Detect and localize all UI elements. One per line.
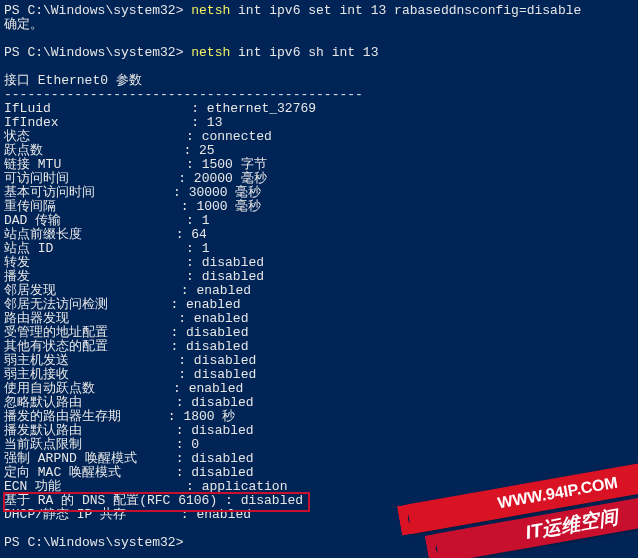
property-label: 当前跃点限制 (4, 437, 176, 452)
property-value: 25 (199, 143, 215, 158)
property-label: 站点前缀长度 (4, 227, 176, 242)
property-value: disabled (191, 395, 253, 410)
property-sep: : (181, 199, 197, 214)
property-sep: : (181, 283, 197, 298)
property-label: DHCP/静态 IP 共存 (4, 507, 181, 522)
property-value: disabled (186, 339, 248, 354)
property-line: 弱主机接收 : disabled (4, 367, 256, 382)
property-line: 邻居发现 : enabled (4, 283, 251, 298)
property-label: 链接 MTU (4, 157, 186, 172)
property-label: 播发 (4, 269, 186, 284)
property-sep: : (191, 115, 207, 130)
property-label: 邻居发现 (4, 283, 181, 298)
property-value: ethernet_32769 (207, 101, 316, 116)
property-label: IfIndex (4, 115, 191, 130)
property-sep: : (191, 101, 207, 116)
confirm-line: 确定。 (4, 17, 43, 32)
property-sep: : (170, 325, 186, 340)
property-line: ECN 功能 : application (4, 479, 287, 494)
command-name: netsh (191, 3, 230, 18)
property-label: 播发默认路由 (4, 423, 176, 438)
property-value: disabled (241, 493, 303, 508)
property-line: 邻居无法访问检测 : enabled (4, 297, 241, 312)
property-label: 忽略默认路由 (4, 395, 176, 410)
property-line: 播发的路由器生存期 : 1800 秒 (4, 409, 235, 424)
ps-prompt: PS C:\Windows\system32> (4, 3, 191, 18)
property-label: 播发的路由器生存期 (4, 409, 168, 424)
property-line: 当前跃点限制 : 0 (4, 437, 199, 452)
ps-prompt[interactable]: PS C:\Windows\system32> (4, 535, 191, 550)
property-value: 30000 毫秒 (189, 185, 262, 200)
property-value: 64 (191, 227, 207, 242)
property-sep: : (186, 129, 202, 144)
property-value: disabled (194, 367, 256, 382)
property-sep: : (168, 409, 184, 424)
property-line: 可访问时间 : 20000 毫秒 (4, 171, 267, 186)
property-line: 其他有状态的配置 : disabled (4, 339, 248, 354)
property-value: 0 (191, 437, 199, 452)
property-line: 使用自动跃点数 : enabled (4, 381, 243, 396)
property-value: 1000 毫秒 (196, 199, 261, 214)
property-sep: : (178, 353, 194, 368)
property-label: 受管理的地址配置 (4, 325, 170, 340)
property-line: 链接 MTU : 1500 字节 (4, 157, 267, 172)
property-sep: : (186, 255, 202, 270)
property-line: IfLuid : ethernet_32769 (4, 101, 316, 116)
property-value: 1500 字节 (202, 157, 267, 172)
divider: ----------------------------------------… (4, 87, 363, 102)
property-label: 转发 (4, 255, 186, 270)
property-value: 1 (202, 213, 210, 228)
property-label: 弱主机接收 (4, 367, 178, 382)
property-value: 20000 毫秒 (194, 171, 267, 186)
property-label: ECN 功能 (4, 479, 186, 494)
section-title: 接口 Ethernet0 参数 (4, 73, 142, 88)
property-sep: : (178, 367, 194, 382)
property-line: 受管理的地址配置 : disabled (4, 325, 248, 340)
property-line: 状态 : connected (4, 129, 272, 144)
property-sep: : (176, 451, 192, 466)
property-value: enabled (186, 297, 241, 312)
property-sep: : (178, 311, 194, 326)
property-line: DHCP/静态 IP 共存 : enabled (4, 507, 251, 522)
property-sep: : (176, 227, 192, 242)
property-label: 弱主机发送 (4, 353, 178, 368)
property-value: enabled (196, 507, 251, 522)
terminal-output: PS C:\Windows\system32> netsh int ipv6 s… (0, 0, 638, 550)
property-label: 站点 ID (4, 241, 186, 256)
property-line: 站点 ID : 1 (4, 241, 209, 256)
property-sep: : (176, 465, 192, 480)
property-value: 13 (207, 115, 223, 130)
property-label: 路由器发现 (4, 311, 178, 326)
property-label: 强制 ARPND 唤醒模式 (4, 451, 176, 466)
property-sep: : (176, 437, 192, 452)
property-label: 基本可访问时间 (4, 185, 173, 200)
property-sep: : (181, 507, 197, 522)
property-value: enabled (189, 381, 244, 396)
property-line: 转发 : disabled (4, 255, 264, 270)
property-label: DAD 传输 (4, 213, 186, 228)
property-line: 路由器发现 : enabled (4, 311, 248, 326)
property-sep: : (225, 493, 241, 508)
property-sep: : (173, 381, 189, 396)
property-value: application (202, 479, 288, 494)
property-line: 播发默认路由 : disabled (4, 423, 254, 438)
property-label: IfLuid (4, 101, 191, 116)
property-value: enabled (196, 283, 251, 298)
property-value: connected (202, 129, 272, 144)
property-sep: : (173, 185, 189, 200)
property-label: 定向 MAC 唤醒模式 (4, 465, 176, 480)
property-sep: : (176, 423, 192, 438)
property-value: disabled (202, 269, 264, 284)
property-value: disabled (191, 451, 253, 466)
property-sep: : (186, 269, 202, 284)
command-name: netsh (191, 45, 230, 60)
command-args: int ipv6 sh int 13 (230, 45, 378, 60)
property-value: disabled (194, 353, 256, 368)
property-line: 重传间隔 : 1000 毫秒 (4, 199, 261, 214)
property-line: DAD 传输 : 1 (4, 213, 209, 228)
command-args: int ipv6 set int 13 rabaseddnsconfig=dis… (230, 3, 581, 18)
property-value: disabled (186, 325, 248, 340)
property-sep: : (186, 157, 202, 172)
property-label: 状态 (4, 129, 186, 144)
property-value: enabled (194, 311, 249, 326)
